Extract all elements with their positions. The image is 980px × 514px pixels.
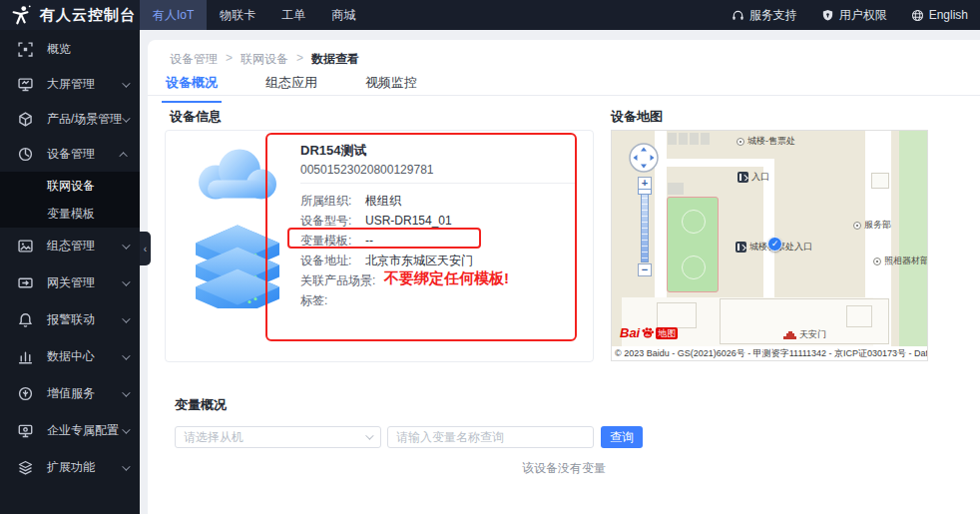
top-right-menu: 服务支持 用户权限 English — [732, 0, 968, 30]
bar-chart-icon — [18, 349, 33, 364]
map-buildings — [668, 133, 710, 145]
scada-icon — [18, 239, 33, 254]
map-zoom-slider-handle[interactable] — [638, 189, 652, 195]
poi-tiananmen: 天安门 — [783, 328, 826, 341]
device-name: DR154测试 — [300, 142, 366, 160]
service-support[interactable]: 服务支持 — [732, 7, 797, 24]
device-fields: 所属组织:根组织 设备型号:USR-DR154_01 变量模板:-- 设备地址:… — [300, 191, 473, 310]
sidebar-label: 产品/场景管理 — [47, 111, 122, 128]
chevron-down-icon — [122, 462, 130, 470]
sidebar-item-value-added-services[interactable]: 增值服务 — [0, 375, 140, 412]
chevron-down-icon — [122, 425, 130, 433]
detail-tabs: 设备概况 组态应用 视频监控 — [162, 74, 421, 103]
globe-icon — [911, 9, 924, 22]
gateway-icon — [18, 275, 33, 290]
sidebar: 概览 大屏管理 产品/场景管理 设备管理 联网设备 变量模板 — [0, 30, 140, 514]
device-mgmt-submenu: 联网设备 变量模板 — [0, 172, 140, 228]
device-location-marker[interactable]: ✓ — [767, 237, 782, 252]
poi-ticket-office: 城楼-售票处 — [736, 135, 795, 148]
sidebar-label: 网关管理 — [47, 274, 122, 291]
layers-icon — [18, 460, 33, 475]
poi-service-dept: 服务部 — [853, 219, 891, 232]
gate-icon — [735, 242, 746, 253]
empty-state-text: 该设备没有变量 — [148, 460, 980, 477]
user-permission-label: 用户权限 — [839, 7, 887, 24]
sidebar-item-screen-mgmt[interactable]: 大屏管理 — [0, 67, 140, 102]
device-illustration — [188, 141, 287, 308]
sidebar-item-gateway-mgmt[interactable]: 网关管理 — [0, 264, 140, 301]
field-organization: 所属组织:根组织 — [300, 191, 473, 211]
alarm-bell-icon — [18, 312, 33, 327]
device-info-title: 设备信息 — [170, 108, 222, 126]
top-header: 有人云控制台 有人IoT 物联卡 工单 商城 服务支持 用户权限 English — [0, 0, 980, 30]
map-green-area — [899, 131, 928, 348]
slave-select[interactable]: 请选择从机 — [175, 426, 381, 448]
annotation-text: 不要绑定任何模板! — [384, 269, 509, 288]
top-nav-mall[interactable]: 商城 — [318, 0, 368, 30]
sidebar-item-enterprise-config[interactable]: 企业专属配置 — [0, 412, 140, 449]
tab-scada-app[interactable]: 组态应用 — [261, 74, 321, 103]
chevron-down-icon — [122, 388, 130, 396]
breadcrumb-device-mgmt[interactable]: 设备管理 — [170, 51, 218, 68]
sidebar-label: 设备管理 — [47, 146, 122, 163]
baidu-map-word: 地图 — [656, 327, 678, 339]
sidebar-item-scada-mgmt[interactable]: 组态管理 — [0, 228, 140, 264]
device-map-title: 设备地图 — [611, 108, 663, 126]
breadcrumb-separator: > — [226, 51, 233, 68]
sidebar-item-overview[interactable]: 概览 — [0, 32, 140, 67]
top-nav: 有人IoT 物联卡 工单 商城 — [140, 0, 368, 30]
user-permission[interactable]: 用户权限 — [821, 7, 887, 24]
poi-dot-icon — [736, 138, 744, 146]
field-tags: 标签: — [300, 290, 473, 310]
sidebar-label: 增值服务 — [47, 385, 122, 402]
chevron-down-icon — [365, 431, 373, 439]
sidebar-label: 扩展功能 — [47, 459, 122, 476]
field-variable-template: 变量模板:-- — [300, 231, 473, 251]
sidebar-item-data-center[interactable]: 数据中心 — [0, 338, 140, 375]
service-support-label: 服务支持 — [749, 7, 797, 24]
map-building — [871, 173, 889, 189]
baidu-logo-text: Bai — [620, 326, 640, 339]
baidu-map[interactable]: 城楼-售票处 入口 服务部 城楼检票处入口 ✓ 照相器材部 天安门 — [611, 130, 928, 361]
top-nav-work-order[interactable]: 工单 — [268, 0, 318, 30]
sidebar-item-device-mgmt[interactable]: 设备管理 — [0, 137, 140, 172]
language-switch[interactable]: English — [911, 8, 968, 22]
breadcrumb-data-view: 数据查看 — [311, 51, 359, 68]
baidu-paw-icon: du — [641, 325, 655, 339]
sidebar-subitem-variable-template[interactable]: 变量模板 — [0, 200, 140, 228]
slave-select-placeholder: 请选择从机 — [184, 430, 244, 444]
product-icon — [18, 112, 33, 127]
tab-device-overview[interactable]: 设备概况 — [162, 74, 222, 103]
screen-icon — [18, 77, 33, 92]
top-nav-iot-card[interactable]: 物联卡 — [207, 0, 268, 30]
poi-dot-icon — [853, 222, 861, 230]
baidu-logo: Bai du 地图 — [620, 325, 678, 339]
usr-logo-icon[interactable] — [10, 4, 32, 26]
sidebar-item-alarm-linkage[interactable]: 报警联动 — [0, 301, 140, 338]
usr-cloud-console: 有人云控制台 有人IoT 物联卡 工单 商城 服务支持 用户权限 English — [0, 0, 980, 514]
chevron-down-icon — [122, 314, 130, 322]
svg-text:du: du — [646, 332, 651, 337]
sidebar-collapse-handle[interactable]: ‹ — [140, 232, 151, 265]
sidebar-label: 组态管理 — [47, 238, 122, 255]
sidebar-subitem-networked-devices[interactable]: 联网设备 — [0, 172, 140, 200]
query-button[interactable]: 查询 — [601, 426, 643, 448]
sidebar-item-extensions[interactable]: 扩展功能 — [0, 449, 140, 486]
vas-icon — [18, 386, 33, 401]
tiananmen-icon — [783, 330, 796, 339]
gate-icon — [737, 172, 748, 183]
map-pan-control[interactable] — [628, 142, 660, 174]
app-title: 有人云控制台 — [40, 0, 136, 30]
map-zoom-out-button[interactable]: − — [638, 263, 652, 276]
poi-entrance: 入口 — [737, 171, 769, 184]
top-nav-usr-iot[interactable]: 有人IoT — [140, 0, 207, 30]
poi-camera-equipment: 照相器材部 — [873, 255, 928, 267]
breadcrumb-networked-devices[interactable]: 联网设备 — [241, 51, 288, 68]
tab-video-monitor[interactable]: 视频监控 — [361, 74, 421, 103]
map-zoom-slider[interactable] — [641, 191, 649, 262]
variable-search-input[interactable] — [387, 426, 594, 448]
device-info-card: DR154测试 00501523020800129781 所属组织:根组织 设备… — [165, 130, 594, 362]
map-copyright: © 2023 Baidu - GS(2021)6026号 - 甲测资字11111… — [612, 346, 927, 360]
headset-icon — [732, 9, 744, 22]
sidebar-item-product-mgmt[interactable]: 产品/场景管理 — [0, 102, 140, 137]
